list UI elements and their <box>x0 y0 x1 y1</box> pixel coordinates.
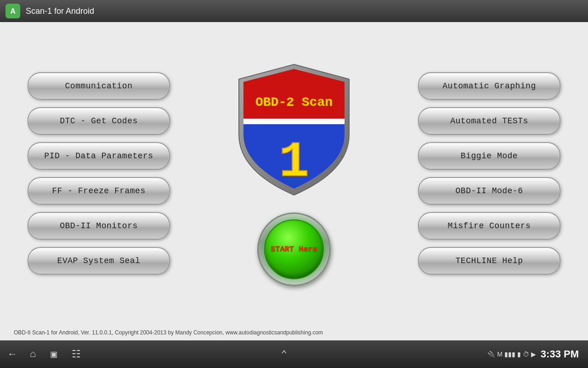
email-icon: M <box>497 351 503 358</box>
status-icons: 🔌 M ▮▮▮ ▮ ⏱ ▶ <box>487 351 536 358</box>
alarm-icon: ⏱ <box>523 351 529 358</box>
svg-text:A: A <box>10 7 16 15</box>
automated-tests-button[interactable]: Automated TESTs <box>418 107 560 135</box>
techline-help-button[interactable]: TECHLINE Help <box>418 247 560 275</box>
right-column: Automatic Graphing Automated TESTs Biggi… <box>418 72 560 275</box>
main-content: Communication DTC - Get Codes PID - Data… <box>0 22 588 340</box>
automatic-graphing-button[interactable]: Automatic Graphing <box>418 72 560 100</box>
dtc-get-codes-button[interactable]: DTC - Get Codes <box>28 107 170 135</box>
pid-data-parameters-button[interactable]: PID - Data Parameters <box>28 142 170 170</box>
left-column: Communication DTC - Get Codes PID - Data… <box>28 72 170 275</box>
back-icon[interactable]: ← <box>9 349 15 360</box>
shield-logo: OBD-2 Scan 1 <box>230 61 358 199</box>
time-display: 3:33 PM <box>541 348 579 360</box>
svg-text:1: 1 <box>279 133 309 191</box>
communication-button[interactable]: Communication <box>28 72 170 100</box>
start-button-container: START Here <box>257 213 331 286</box>
recents-icon[interactable]: ▣ <box>51 348 57 361</box>
nav-center-chevron[interactable]: ⌃ <box>281 348 287 361</box>
home-icon[interactable]: ⌂ <box>30 349 36 360</box>
wifi-icon: ▶ <box>531 351 536 358</box>
start-button[interactable]: START Here <box>264 219 324 279</box>
start-button-label: START Here <box>271 244 317 254</box>
top-bar: A Scan-1 for Android <box>0 0 588 22</box>
biggie-mode-button[interactable]: Biggie Mode <box>418 142 560 170</box>
apps-icon[interactable]: ☷ <box>72 348 81 361</box>
evap-system-seal-button[interactable]: EVAP System Seal <box>28 247 170 275</box>
usb-icon: 🔌 <box>487 351 495 358</box>
center-area: OBD-2 Scan 1 START Here <box>230 61 358 286</box>
obd-ii-monitors-button[interactable]: OBD-II Monitors <box>28 212 170 240</box>
app-title: Scan-1 for Android <box>26 6 94 16</box>
status-bar: 🔌 M ▮▮▮ ▮ ⏱ ▶ 3:33 PM <box>487 348 579 360</box>
app-icon: A <box>6 4 20 18</box>
misfire-counters-button[interactable]: Misfire Counters <box>418 212 560 240</box>
start-button-outer: START Here <box>257 213 331 286</box>
nav-left-group: ← ⌂ ▣ ☷ <box>9 348 81 361</box>
content-area: Communication DTC - Get Codes PID - Data… <box>0 22 588 325</box>
signal-icons: ▮▮▮ <box>504 351 515 358</box>
svg-text:OBD-2 Scan: OBD-2 Scan <box>255 95 333 109</box>
footer-copyright: OBD-II Scan-1 for Android, Ver. 11.0.0.1… <box>0 325 588 340</box>
svg-rect-2 <box>243 119 345 124</box>
bottom-nav-bar: ← ⌂ ▣ ☷ ⌃ 🔌 M ▮▮▮ ▮ ⏱ ▶ 3:33 PM <box>0 340 588 368</box>
ff-freeze-frames-button[interactable]: FF - Freeze Frames <box>28 177 170 205</box>
obd-ii-mode-6-button[interactable]: OBD-II Mode-6 <box>418 177 560 205</box>
battery-icon: ▮ <box>517 351 521 358</box>
